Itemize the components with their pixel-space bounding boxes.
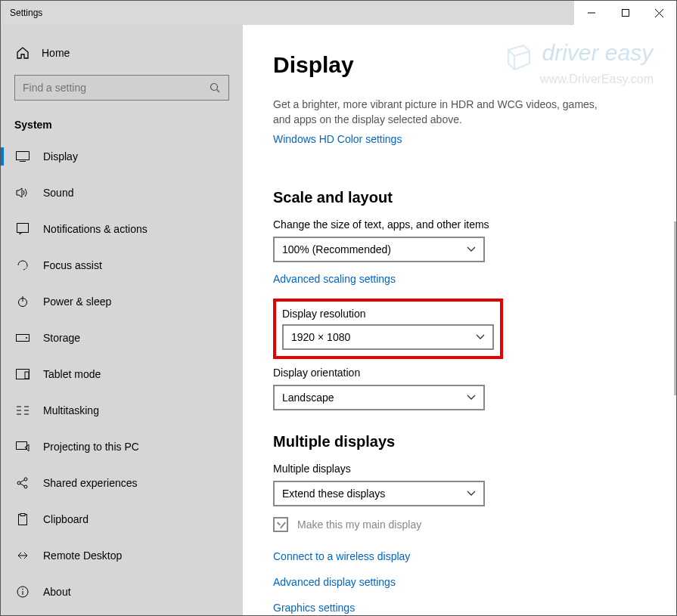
sound-icon [16,186,30,200]
chevron-down-icon [476,333,485,342]
nav-label: Tablet mode [43,368,101,380]
nav-item-clipboard[interactable]: Clipboard [1,501,243,537]
multiple-displays-combo[interactable]: Extend these displays [273,481,485,506]
nav-item-multitasking[interactable]: Multitasking [1,392,243,429]
svg-point-23 [24,478,27,481]
nav-label: Multitasking [43,404,99,416]
nav-label: About [43,586,71,598]
advanced-display-link[interactable]: Advanced display settings [273,576,646,588]
scale-label: Change the size of text, apps, and other… [273,218,646,231]
nav-item-projecting[interactable]: Projecting to this PC [1,429,243,465]
svg-line-25 [20,480,24,482]
settings-window: Settings Home System [0,0,677,616]
svg-line-5 [217,89,220,92]
multiple-displays-label: Multiple displays [273,463,646,475]
chevron-down-icon [467,245,476,254]
nav-label: Shared experiences [43,477,138,489]
selection-accent [1,147,4,166]
home-icon [16,46,30,60]
nav-item-remote-desktop[interactable]: Remote Desktop [1,537,243,574]
nav-item-notifications[interactable]: Notifications & actions [1,211,243,247]
search-box[interactable] [14,75,229,101]
search-icon [210,82,221,94]
svg-point-32 [22,589,23,590]
multiple-displays-value: Extend these displays [282,488,385,500]
nav-item-tablet-mode[interactable]: Tablet mode [1,356,243,392]
nav-list: Display Sound Notifications & actions Fo… [1,138,243,610]
window-body: Home System Display Sound [1,25,676,615]
hdr-description: Get a brighter, more vibrant picture in … [273,98,606,127]
nav-label: Notifications & actions [43,223,148,235]
nav-label: Storage [43,332,80,344]
notifications-icon [16,222,30,236]
scale-combo[interactable]: 100% (Recommended) [273,237,485,262]
nav-item-power-sleep[interactable]: Power & sleep [1,283,243,320]
resolution-combo[interactable]: 1920 × 1080 [282,324,494,350]
display-icon [16,150,30,163]
nav-item-display[interactable]: Display [1,138,243,175]
chevron-down-icon [467,489,476,498]
svg-line-26 [20,484,24,486]
storage-icon [16,331,30,345]
svg-rect-8 [17,224,29,233]
nav-label: Clipboard [43,513,89,525]
main-content: driver easy www.DriverEasy.com Display G… [243,25,676,615]
nav-item-sound[interactable]: Sound [1,175,243,211]
svg-rect-14 [25,372,29,379]
svg-point-12 [26,337,27,339]
about-icon [16,585,30,599]
advanced-scaling-link[interactable]: Advanced scaling settings [273,273,646,285]
make-main-display-row: Make this my main display [273,517,646,532]
home-label: Home [42,47,70,59]
svg-rect-1 [622,10,629,17]
nav-item-shared-experiences[interactable]: Shared experiences [1,465,243,501]
nav-item-storage[interactable]: Storage [1,320,243,356]
clipboard-icon [16,512,30,526]
power-icon [16,295,30,308]
make-main-checkbox [273,517,288,532]
resolution-value: 1920 × 1080 [291,331,350,343]
tablet-icon [16,367,30,381]
nav-label: Power & sleep [43,296,111,308]
svg-rect-28 [20,514,25,516]
connect-wireless-link[interactable]: Connect to a wireless display [273,550,646,562]
nav-item-about[interactable]: About [1,574,243,610]
nav-item-focus-assist[interactable]: Focus assist [1,247,243,283]
window-title: Settings [1,8,574,18]
make-main-label: Make this my main display [297,518,421,531]
minimize-button[interactable] [574,1,608,25]
sidebar: Home System Display Sound [1,25,243,615]
orientation-label: Display orientation [273,367,646,379]
resolution-label: Display resolution [282,308,494,320]
orientation-combo[interactable]: Landscape [273,385,485,410]
scale-value: 100% (Recommended) [282,243,391,255]
svg-rect-6 [17,152,30,160]
chevron-down-icon [467,393,476,402]
projecting-icon [16,440,30,453]
svg-point-4 [211,83,218,90]
maximize-button[interactable] [608,1,642,25]
shared-icon [16,476,30,490]
nav-label: Focus assist [43,259,102,271]
multitasking-icon [16,404,30,417]
close-button[interactable] [642,1,676,25]
resolution-highlight: Display resolution 1920 × 1080 [273,299,503,359]
svg-point-22 [17,481,20,484]
orientation-value: Landscape [282,392,334,404]
remote-icon [16,549,30,562]
search-input[interactable] [23,82,210,94]
scale-heading: Scale and layout [273,189,646,206]
title-bar: Settings [1,1,676,25]
multiple-displays-heading: Multiple displays [273,433,646,450]
sidebar-section-label: System [1,114,243,138]
hd-color-link[interactable]: Windows HD Color settings [273,133,402,145]
nav-label: Display [43,150,78,163]
home-link[interactable]: Home [1,39,243,67]
nav-label: Projecting to this PC [43,441,139,453]
nav-label: Sound [43,187,73,199]
svg-point-24 [24,485,27,488]
focus-assist-icon [16,258,30,272]
nav-label: Remote Desktop [43,549,122,562]
graphics-settings-link[interactable]: Graphics settings [273,602,646,614]
scrollbar[interactable] [674,221,676,395]
